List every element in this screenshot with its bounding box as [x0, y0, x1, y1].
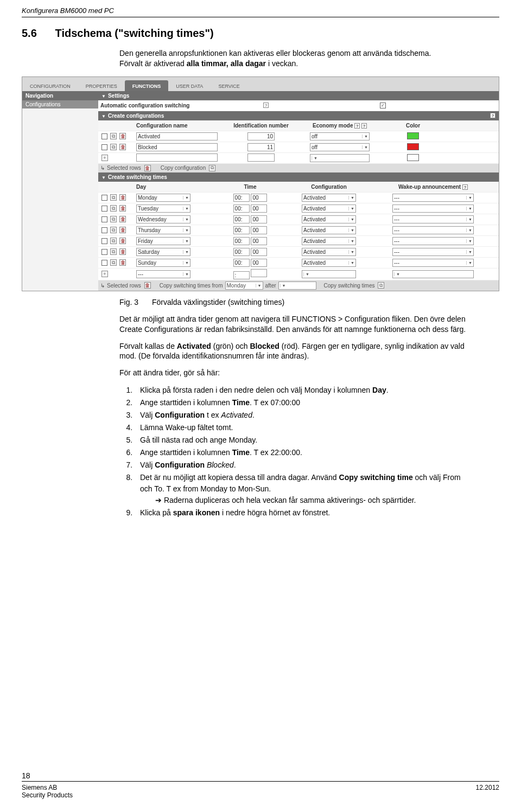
hour-input[interactable]: : [233, 271, 250, 279]
minute-input[interactable]: 00 [251, 248, 267, 256]
copy-icon[interactable]: ⧉ [110, 144, 117, 150]
hour-input[interactable]: 00: [233, 204, 250, 213]
hour-input[interactable]: 00: [233, 237, 250, 245]
copy-icon[interactable]: ⧉ [110, 259, 117, 266]
day-select[interactable]: Sunday [136, 259, 190, 267]
help-icon[interactable]: ? [263, 103, 269, 108]
copy-icon[interactable]: ⧉ [110, 238, 117, 244]
tab-service[interactable]: SERVICE [211, 80, 247, 91]
tab-properties[interactable]: PROPERTIES [78, 80, 125, 91]
wakeup-select[interactable]: --- [392, 248, 474, 256]
sidebar-item[interactable]: Configurations [22, 100, 98, 108]
config-name-input[interactable] [136, 154, 218, 162]
hour-input[interactable]: 00: [233, 215, 250, 223]
minute-input[interactable]: 00 [251, 259, 267, 267]
day-select[interactable]: Thursday [136, 226, 190, 234]
config-select[interactable]: Activated [302, 194, 356, 202]
wakeup-select[interactable]: --- [392, 237, 474, 245]
help-icon[interactable]: ? [361, 123, 367, 129]
row-checkbox[interactable] [101, 216, 107, 222]
copy-icon[interactable]: ⧉ [110, 248, 117, 255]
color-swatch[interactable] [407, 154, 419, 161]
trash-icon[interactable]: 🗑 [119, 216, 126, 222]
trash-icon[interactable]: 🗑 [119, 248, 126, 255]
economy-select[interactable]: off [310, 132, 370, 140]
auto-switch-checkbox[interactable] [380, 103, 386, 108]
minute-input[interactable]: 00 [251, 204, 267, 213]
help-icon[interactable]: ? [354, 123, 360, 129]
trash-icon[interactable]: 🗑 [119, 238, 126, 244]
row-checkbox[interactable] [101, 195, 107, 201]
copy-icon[interactable]: ⧉ [110, 205, 117, 212]
minute-input[interactable]: 00 [251, 215, 267, 223]
copy-icon[interactable]: ⧉ [110, 133, 117, 139]
config-select[interactable]: Activated [302, 226, 356, 234]
row-checkbox[interactable] [101, 144, 107, 150]
add-icon[interactable]: + [101, 155, 108, 161]
trash-icon[interactable]: 🗑 [119, 133, 126, 139]
minute-input[interactable]: 00 [251, 237, 267, 245]
row-checkbox[interactable] [101, 249, 107, 255]
add-icon[interactable]: + [101, 271, 108, 277]
copy-icon[interactable]: ⧉ [378, 282, 384, 289]
config-select[interactable] [302, 270, 356, 278]
wakeup-select[interactable]: --- [392, 226, 474, 234]
day-select[interactable]: --- [136, 270, 190, 278]
config-select[interactable]: Activated [302, 215, 356, 223]
copy-icon[interactable]: ⧉ [110, 227, 117, 233]
config-select[interactable]: Activated [302, 259, 356, 267]
color-swatch[interactable] [407, 132, 419, 139]
day-select[interactable]: Saturday [136, 248, 190, 256]
ident-input[interactable]: 11 [247, 143, 275, 151]
trash-icon[interactable]: 🗑 [119, 144, 126, 150]
minute-input[interactable]: 00 [251, 226, 267, 234]
wakeup-select[interactable]: --- [392, 215, 474, 223]
copy-after-select[interactable] [278, 282, 316, 290]
copy-from-select[interactable]: Monday [225, 282, 263, 290]
day-select[interactable]: Tuesday [136, 204, 190, 213]
day-select[interactable]: Friday [136, 237, 190, 245]
wakeup-select[interactable] [392, 270, 474, 278]
settings-header[interactable]: Settings [98, 91, 499, 100]
tab-functions[interactable]: FUNCTIONS [125, 80, 169, 91]
hour-input[interactable]: 00: [233, 259, 250, 267]
hour-input[interactable]: 00: [233, 194, 250, 202]
economy-select[interactable] [310, 154, 370, 162]
wakeup-select[interactable]: --- [392, 259, 474, 267]
config-select[interactable]: Activated [302, 248, 356, 256]
minute-input[interactable] [251, 269, 267, 277]
copy-icon[interactable]: ⧉ [209, 165, 215, 171]
trash-icon[interactable]: 🗑 [119, 194, 126, 201]
create-configs-header[interactable]: Create configurations ? [98, 111, 499, 120]
wakeup-select[interactable]: --- [392, 204, 474, 213]
color-swatch[interactable] [407, 143, 419, 150]
row-checkbox[interactable] [101, 260, 107, 266]
row-checkbox[interactable] [101, 227, 107, 233]
tab-configuration[interactable]: CONFIGURATION [22, 80, 78, 91]
day-select[interactable]: Monday [136, 194, 190, 202]
trash-icon[interactable]: 🗑 [144, 282, 151, 289]
hour-input[interactable]: 00: [233, 248, 250, 256]
ident-input[interactable] [247, 154, 275, 162]
copy-icon[interactable]: ⧉ [110, 216, 117, 222]
row-checkbox[interactable] [101, 238, 107, 244]
config-name-input[interactable]: Blocked [136, 143, 218, 151]
row-checkbox[interactable] [101, 133, 107, 139]
config-select[interactable]: Activated [302, 237, 356, 245]
row-checkbox[interactable] [101, 206, 107, 212]
trash-icon[interactable]: 🗑 [144, 165, 151, 171]
switching-header[interactable]: Create switching times [98, 172, 499, 182]
ident-input[interactable]: 10 [247, 132, 275, 140]
config-name-input[interactable]: Activated [136, 132, 218, 140]
help-icon[interactable]: ? [462, 184, 468, 190]
config-select[interactable]: Activated [302, 204, 356, 213]
minute-input[interactable]: 00 [251, 194, 267, 202]
trash-icon[interactable]: 🗑 [119, 227, 126, 233]
help-icon[interactable]: ? [490, 113, 495, 118]
wakeup-select[interactable]: --- [392, 194, 474, 202]
copy-icon[interactable]: ⧉ [110, 194, 117, 201]
hour-input[interactable]: 00: [233, 226, 250, 234]
trash-icon[interactable]: 🗑 [119, 259, 126, 266]
day-select[interactable]: Wednesday [136, 215, 190, 223]
tab-user-data[interactable]: USER DATA [168, 80, 211, 91]
